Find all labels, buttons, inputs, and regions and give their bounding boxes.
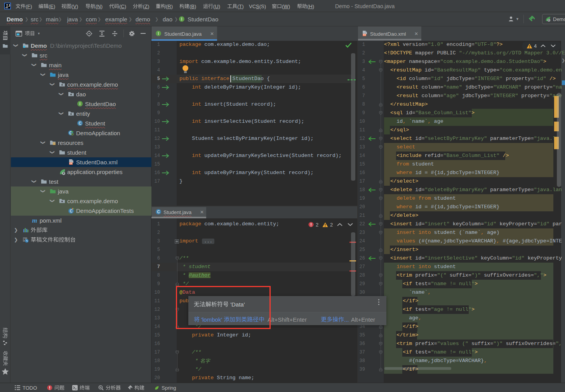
svg-text:<>: <> <box>70 162 73 165</box>
svg-text:C: C <box>78 121 81 125</box>
svg-text:C: C <box>70 209 72 213</box>
svg-text:IJ: IJ <box>6 4 10 8</box>
svg-text:<>: <> <box>363 34 366 37</box>
svg-text:m: m <box>32 217 37 223</box>
svg-text:I: I <box>158 31 159 36</box>
svg-text:I: I <box>80 102 81 106</box>
svg-text:I: I <box>181 17 183 21</box>
svg-text:C: C <box>157 210 160 214</box>
